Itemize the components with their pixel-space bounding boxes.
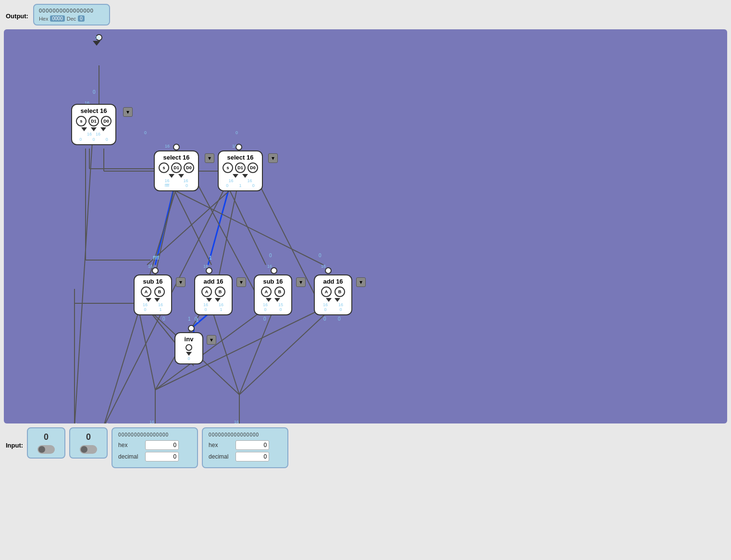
hex-label: Hex <box>39 16 49 22</box>
s16t-v2: 0 <box>92 137 95 142</box>
x-decimal-input[interactable] <box>145 452 179 461</box>
dot-inv-in <box>188 325 195 332</box>
sub16-r-dropdown[interactable]: ▾ <box>296 277 306 287</box>
sub16-r-portA: A <box>261 286 272 297</box>
op1-value: 0 <box>44 432 49 442</box>
select16-ml-dropdown[interactable]: ▾ <box>205 153 214 163</box>
x-hex-label: hex <box>118 442 142 448</box>
al-b1: 16 <box>203 302 208 307</box>
sml-b2: 16 <box>183 178 188 183</box>
s16t-v1: 0 <box>79 137 82 142</box>
wire-1-label: 1 <box>209 255 212 261</box>
sr-v1: 0 <box>264 307 266 312</box>
sl-v2: 1 <box>159 307 161 312</box>
connections-svg <box>4 29 727 423</box>
y-hex-input[interactable] <box>235 440 269 450</box>
select16-mid-right-node[interactable]: select 16 s D1 D0 16 16 0 1 0 <box>218 150 263 191</box>
output-bits: 0000000000000000 <box>39 8 104 13</box>
wire-0-add-r-top: 0 <box>319 253 322 258</box>
y-decimal-input[interactable] <box>235 452 269 461</box>
wire-0-sub-l: 0 <box>162 316 165 322</box>
svg-line-17 <box>138 308 155 390</box>
inv-out-dot <box>186 344 192 351</box>
inv-dropdown[interactable]: ▾ <box>207 335 216 345</box>
s16t-bit2: 16 <box>96 132 100 137</box>
sub16-l-dropdown[interactable]: ▾ <box>176 277 186 287</box>
svg-line-24 <box>239 308 274 395</box>
op1-toggle-knob <box>38 446 45 453</box>
sel-mr-d0: D0 <box>248 162 258 173</box>
sl-b1: 16 <box>143 302 148 307</box>
x-bits: 0000000000000000 <box>118 432 191 437</box>
ar-v2: 0 <box>339 307 342 312</box>
ar-b1: 16 <box>323 302 328 307</box>
sl-b2: 16 <box>158 302 163 307</box>
sel-mr-s: s <box>223 162 233 173</box>
add16-left-node[interactable]: add 16 A B 16 16 0 1 <box>194 274 233 315</box>
sml-v-ffff: ffff <box>165 183 170 188</box>
add16-l-label: add 16 <box>199 278 228 285</box>
input-label: Input: <box>6 442 23 449</box>
sub16-right-node[interactable]: sub 16 A B 16 15 0 0 <box>254 274 292 315</box>
wire-0-inv: 0 <box>195 316 198 322</box>
x-hex-input[interactable] <box>145 440 179 450</box>
svg-line-23 <box>211 308 239 395</box>
smr-v3: 0 <box>252 183 255 188</box>
output-bit-label: 16 <box>95 35 100 40</box>
sr-b1: 16 <box>263 302 268 307</box>
sml-b1: 16 <box>164 178 169 183</box>
dot-add-r <box>325 267 332 274</box>
dot-add-l <box>206 267 212 274</box>
op0-value: 0 <box>86 432 91 442</box>
select16-top-label: select 16 <box>76 107 112 114</box>
dec-value: 0 <box>78 15 85 22</box>
op1-input-block: 0 <box>27 427 65 459</box>
output-triangle <box>93 41 100 46</box>
canvas-area: 16 0 16 select 16 s D1 D0 16 16 0 0 0 ▾ … <box>4 29 727 423</box>
op1-toggle[interactable] <box>37 445 55 454</box>
add16-r-portA: A <box>321 286 332 297</box>
select16-mr-dropdown[interactable]: ▾ <box>268 153 278 163</box>
select16-mid-left-node[interactable]: select 16 s D1 D0 16 16 ffff 0 <box>154 150 199 191</box>
y-hex-label: hex <box>209 442 233 448</box>
top-section: Output: 0000000000000000 Hex 0000 Dec 0 <box>0 0 731 29</box>
dot-sub-r <box>271 267 277 274</box>
hex-value: 0000 <box>50 15 64 22</box>
svg-line-9 <box>155 186 174 265</box>
add16-r-portB: B <box>335 286 345 297</box>
add16-l-dropdown[interactable]: ▾ <box>236 277 246 287</box>
y-bit-16: 16 <box>234 420 239 423</box>
select16-top-dropdown[interactable]: ▾ <box>123 107 133 117</box>
select16-top-node[interactable]: select 16 s D1 D0 16 16 0 0 0 <box>71 104 116 145</box>
y-bits: 0000000000000000 <box>209 432 282 437</box>
inv-node[interactable]: inv 0 <box>174 332 203 364</box>
wire-0-sub-r: 0 <box>263 316 266 322</box>
smr-v1: 0 <box>226 183 228 188</box>
select16-top-port-d0: D0 <box>101 116 112 126</box>
add16-r-label: add 16 <box>319 278 347 285</box>
op0-toggle-knob <box>81 446 87 453</box>
smr-b2: 16 <box>247 178 252 183</box>
s16t-bit1: 16 <box>87 132 92 137</box>
op0-toggle[interactable] <box>80 445 97 454</box>
sub16-left-node[interactable]: sub 16 A B 16 16 0 1 <box>134 274 172 315</box>
add16-r-dropdown[interactable]: ▾ <box>356 277 366 287</box>
svg-line-25 <box>239 308 332 395</box>
sub16-l-portB: B <box>154 286 165 297</box>
dot-sub-l <box>152 267 159 274</box>
tri1 <box>81 127 87 131</box>
bit-label-3: 0 <box>235 130 238 135</box>
output-label: Output: <box>6 12 28 20</box>
sub16-l-portA: A <box>141 286 151 297</box>
svg-line-34 <box>174 190 323 265</box>
inv-label: inv <box>181 336 197 343</box>
select16-ml-label: select 16 <box>159 154 194 161</box>
al-b2: 16 <box>219 302 223 307</box>
x-decimal-label: decimal <box>118 453 142 460</box>
add16-right-node[interactable]: add 16 A B 16 16 0 0 <box>314 274 352 315</box>
dec-label: Dec <box>67 16 76 22</box>
tri3 <box>100 127 106 131</box>
bit-16-mid-l: 16 <box>165 144 170 149</box>
svg-line-37 <box>147 190 230 265</box>
al-v1: 0 <box>204 307 207 312</box>
